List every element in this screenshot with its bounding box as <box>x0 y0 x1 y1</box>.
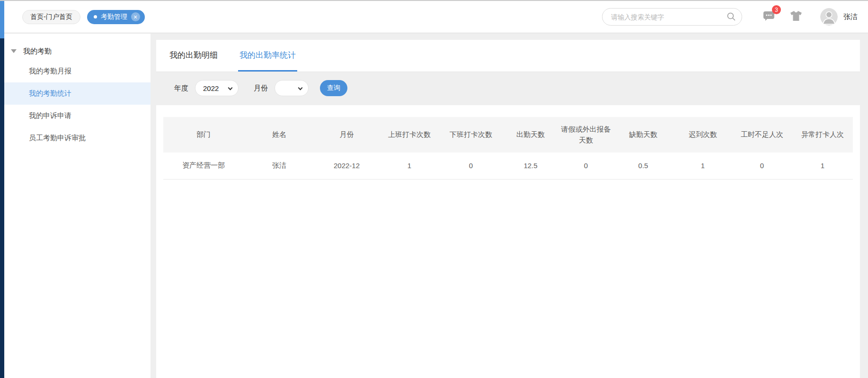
col-late-count: 迟到次数 <box>674 117 732 153</box>
tshirt-icon <box>790 10 802 21</box>
cell-leave-days: 0 <box>559 153 612 179</box>
cell-late-count: 1 <box>674 153 732 179</box>
breadcrumb-tab-home-label: 首页-门户首页 <box>30 13 72 21</box>
cell-month: 2022-12 <box>315 153 379 179</box>
attendance-stats-card: 部门 姓名 月份 上班打卡次数 下班打卡次数 出勤天数 请假或外出报备天数 缺勤… <box>156 105 860 378</box>
sidebar-item-label: 员工考勤申诉审批 <box>29 134 86 143</box>
theme-skin-button[interactable] <box>790 10 802 23</box>
col-abnormal-clock: 异常打卡人次 <box>792 117 853 153</box>
year-select[interactable]: 2022 <box>195 80 239 96</box>
edge-stripe-top <box>0 1 4 38</box>
col-clockin-count: 上班打卡次数 <box>379 117 440 153</box>
cell-clockout-count: 0 <box>440 153 502 179</box>
active-dot-icon <box>94 15 97 18</box>
breadcrumb-tab-home[interactable]: 首页-门户首页 <box>22 10 80 24</box>
filter-row: 年度 2022 月份 查询 <box>156 80 347 96</box>
tab-label: 我的出勤率统计 <box>239 50 296 61</box>
col-leave-days: 请假或外出报备天数 <box>559 117 612 153</box>
user-name[interactable]: 张洁 <box>843 12 858 21</box>
breadcrumb: 首页-门户首页 考勤管理 × <box>22 10 145 24</box>
col-attendance-days: 出勤天数 <box>502 117 559 153</box>
sidebar-item-label: 我的申诉申请 <box>29 111 71 120</box>
sidebar-item-monthly-report[interactable]: 我的考勤月报 <box>4 60 151 82</box>
cell-clockin-count: 1 <box>379 153 440 179</box>
tab-label: 我的出勤明细 <box>169 50 218 61</box>
cell-insufficient-hours: 0 <box>732 153 792 179</box>
sidebar-item-appeal-approval[interactable]: 员工考勤申诉审批 <box>4 127 151 149</box>
tab-attendance-detail[interactable]: 我的出勤明细 <box>168 40 219 72</box>
content-tabs-card: 我的出勤明细 我的出勤率统计 <box>156 40 860 72</box>
sidebar-group-label: 我的考勤 <box>23 47 52 56</box>
col-month: 月份 <box>315 117 379 153</box>
edge-stripe-bottom <box>0 38 4 378</box>
breadcrumb-tab-attendance-label: 考勤管理 <box>101 13 127 21</box>
cell-absence-days: 0.5 <box>612 153 674 179</box>
year-label: 年度 <box>174 84 188 93</box>
chevron-down-icon <box>11 49 17 53</box>
message-count-badge: 3 <box>772 5 781 14</box>
col-insufficient-hours: 工时不足人次 <box>732 117 792 153</box>
sidebar-item-my-appeal[interactable]: 我的申诉申请 <box>4 105 151 127</box>
sidebar-item-label: 我的考勤月报 <box>29 67 71 76</box>
sidebar: 我的考勤 我的考勤月报 我的考勤统计 我的申诉申请 员工考勤申诉审批 <box>4 34 151 378</box>
sidebar-item-attendance-stats[interactable]: 我的考勤统计 <box>4 82 151 105</box>
month-select[interactable] <box>275 80 309 96</box>
col-department: 部门 <box>163 117 244 153</box>
query-button[interactable]: 查询 <box>320 80 347 96</box>
sidebar-item-label: 我的考勤统计 <box>29 89 71 98</box>
cell-attendance-days: 12.5 <box>502 153 559 179</box>
col-clockout-count: 下班打卡次数 <box>440 117 502 153</box>
year-select-value: 2022 <box>203 84 219 92</box>
avatar[interactable] <box>820 8 838 26</box>
cell-abnormal-clock: 1 <box>792 153 853 179</box>
topbar-right: 3 张洁 <box>602 8 858 26</box>
chevron-down-icon <box>298 86 303 90</box>
search-box <box>602 8 742 26</box>
table-row: 资产经营一部 张洁 2022-12 1 0 12.5 0 0.5 1 0 1 <box>163 153 853 179</box>
search-icon[interactable] <box>726 12 736 23</box>
sidebar-group-my-attendance[interactable]: 我的考勤 <box>4 42 151 60</box>
app-root: 首页-门户首页 考勤管理 × <box>0 0 868 378</box>
col-absence-days: 缺勤天数 <box>612 117 674 153</box>
messages-button[interactable]: 3 <box>763 10 775 23</box>
chevron-down-icon <box>228 86 233 90</box>
topbar: 首页-门户首页 考勤管理 × <box>4 1 868 33</box>
table-header-row: 部门 姓名 月份 上班打卡次数 下班打卡次数 出勤天数 请假或外出报备天数 缺勤… <box>163 117 853 153</box>
month-label: 月份 <box>254 84 268 93</box>
cell-department: 资产经营一部 <box>163 153 244 179</box>
close-icon[interactable]: × <box>131 12 140 21</box>
search-input[interactable] <box>602 8 742 26</box>
col-name: 姓名 <box>244 117 315 153</box>
cell-name: 张洁 <box>244 153 315 179</box>
user-silhouette-icon <box>820 8 838 26</box>
breadcrumb-tab-attendance[interactable]: 考勤管理 × <box>87 10 145 24</box>
attendance-stats-table: 部门 姓名 月份 上班打卡次数 下班打卡次数 出勤天数 请假或外出报备天数 缺勤… <box>163 117 853 180</box>
tab-attendance-rate-stats[interactable]: 我的出勤率统计 <box>238 40 297 72</box>
